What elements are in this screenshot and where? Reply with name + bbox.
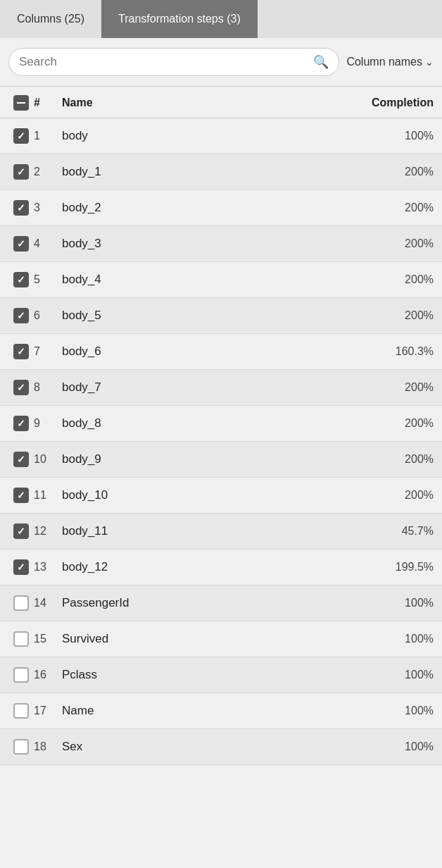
row-check-col xyxy=(8,703,34,719)
row-completion: 200% xyxy=(370,381,434,394)
table-row: 3body_2200% xyxy=(0,190,442,226)
row-number: 18 xyxy=(34,740,62,753)
table-row: 12body_1145.7% xyxy=(0,514,442,550)
column-names-button[interactable]: Column names ⌄ xyxy=(346,56,434,68)
header-checkbox-col xyxy=(8,95,34,111)
row-number: 13 xyxy=(34,561,62,574)
row-number: 8 xyxy=(34,381,62,394)
row-name: body_6 xyxy=(62,345,370,359)
row-name: body xyxy=(62,129,370,143)
row-checkbox-6[interactable] xyxy=(13,308,29,323)
row-number: 9 xyxy=(34,417,62,430)
row-completion: 100% xyxy=(370,740,434,753)
row-check-col xyxy=(8,164,34,180)
table-row: 16Pclass100% xyxy=(0,657,442,693)
search-input[interactable] xyxy=(19,55,313,69)
row-completion: 100% xyxy=(370,597,434,609)
row-number: 16 xyxy=(34,669,62,681)
row-completion: 200% xyxy=(370,202,434,214)
row-number: 17 xyxy=(34,705,62,717)
row-name: Pclass xyxy=(62,668,370,682)
row-name: body_4 xyxy=(62,273,370,287)
row-check-col xyxy=(8,739,34,755)
tab-transformation-steps[interactable]: Transformation steps (3) xyxy=(101,0,258,38)
row-name: PassengerId xyxy=(62,596,370,610)
row-name: body_7 xyxy=(62,380,370,395)
row-number: 12 xyxy=(34,525,62,538)
search-icon: 🔍 xyxy=(313,54,329,70)
row-checkbox-14[interactable] xyxy=(13,595,29,611)
row-checkbox-3[interactable] xyxy=(13,200,29,216)
row-completion: 200% xyxy=(370,309,434,322)
row-name: Survived xyxy=(62,632,370,646)
row-check-col xyxy=(8,308,34,323)
row-check-col xyxy=(8,380,34,395)
header-name: Name xyxy=(62,97,370,109)
table-row: 5body_4200% xyxy=(0,262,442,298)
table-row: 13body_12199.5% xyxy=(0,550,442,585)
row-number: 3 xyxy=(34,202,62,214)
row-name: body_12 xyxy=(62,560,370,574)
row-completion: 200% xyxy=(370,237,434,250)
row-name: body_2 xyxy=(62,201,370,215)
row-check-col xyxy=(8,236,34,252)
row-check-col xyxy=(8,595,34,611)
row-check-col xyxy=(8,452,34,467)
row-number: 7 xyxy=(34,345,62,358)
row-name: body_5 xyxy=(62,309,370,323)
row-check-col xyxy=(8,559,34,575)
row-checkbox-16[interactable] xyxy=(13,667,29,683)
row-checkbox-2[interactable] xyxy=(13,164,29,180)
table-row: 4body_3200% xyxy=(0,226,442,262)
table-row: 15Survived100% xyxy=(0,621,442,657)
table-row: 14PassengerId100% xyxy=(0,585,442,621)
row-check-col xyxy=(8,200,34,216)
row-checkbox-15[interactable] xyxy=(13,631,29,647)
table-row: 8body_7200% xyxy=(0,370,442,406)
search-input-wrapper: 🔍 xyxy=(8,48,339,76)
table-row: 2body_1200% xyxy=(0,154,442,190)
row-name: body_9 xyxy=(62,452,370,466)
row-completion: 45.7% xyxy=(370,525,434,538)
row-check-col xyxy=(8,488,34,503)
row-completion: 100% xyxy=(370,705,434,717)
row-completion: 100% xyxy=(370,130,434,142)
row-checkbox-9[interactable] xyxy=(13,416,29,431)
row-checkbox-4[interactable] xyxy=(13,236,29,252)
row-completion: 200% xyxy=(370,417,434,430)
row-completion: 200% xyxy=(370,453,434,466)
row-checkbox-10[interactable] xyxy=(13,452,29,467)
row-name: body_10 xyxy=(62,488,370,502)
table-row: 10body_9200% xyxy=(0,442,442,478)
row-checkbox-8[interactable] xyxy=(13,380,29,395)
row-number: 4 xyxy=(34,237,62,250)
row-checkbox-12[interactable] xyxy=(13,523,29,539)
row-checkbox-7[interactable] xyxy=(13,344,29,359)
table-header: # Name Completion xyxy=(0,87,442,118)
row-completion: 160.3% xyxy=(370,345,434,358)
table-row: 7body_6160.3% xyxy=(0,334,442,370)
row-checkbox-18[interactable] xyxy=(13,739,29,755)
table-row: 17Name100% xyxy=(0,693,442,729)
row-completion: 100% xyxy=(370,633,434,645)
select-all-checkbox[interactable] xyxy=(13,95,29,111)
tab-columns[interactable]: Columns (25) xyxy=(0,0,101,38)
row-number: 15 xyxy=(34,633,62,645)
header-tabs: Columns (25) Transformation steps (3) xyxy=(0,0,442,38)
row-number: 14 xyxy=(34,597,62,609)
row-completion: 100% xyxy=(370,669,434,681)
header-completion: Completion xyxy=(370,97,434,109)
row-number: 11 xyxy=(34,489,62,502)
row-checkbox-11[interactable] xyxy=(13,488,29,503)
row-checkbox-13[interactable] xyxy=(13,559,29,575)
table-row: 6body_5200% xyxy=(0,298,442,334)
table-row: 11body_10200% xyxy=(0,478,442,514)
row-checkbox-1[interactable] xyxy=(13,128,29,144)
row-name: Sex xyxy=(62,740,370,754)
row-checkbox-17[interactable] xyxy=(13,703,29,719)
table-row: 9body_8200% xyxy=(0,406,442,442)
row-check-col xyxy=(8,631,34,647)
row-name: body_3 xyxy=(62,237,370,251)
column-names-label: Column names xyxy=(346,56,422,68)
row-checkbox-5[interactable] xyxy=(13,272,29,287)
